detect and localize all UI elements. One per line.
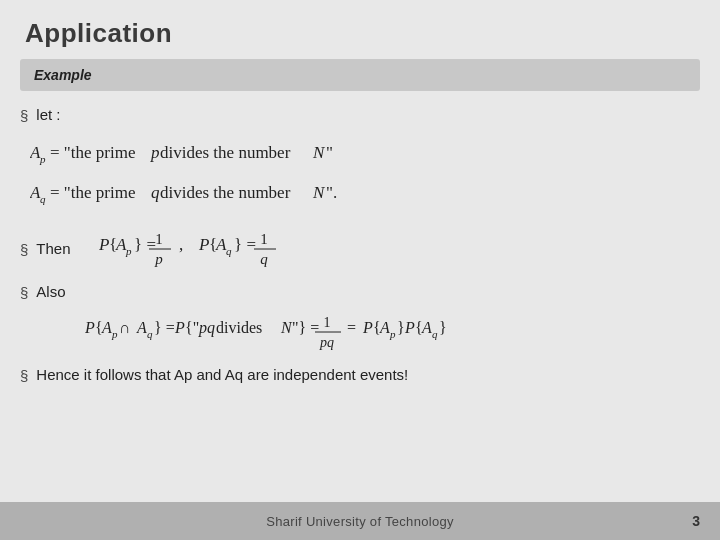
svg-text:= "the prime: = "the prime: [50, 183, 135, 202]
svg-text:p: p: [125, 245, 132, 257]
svg-text:N: N: [312, 183, 326, 202]
svg-text:P: P: [404, 319, 415, 336]
svg-text:P: P: [198, 235, 209, 254]
svg-text:P: P: [174, 319, 185, 336]
svg-text:=: =: [347, 319, 356, 336]
example-box: Example: [20, 59, 700, 91]
let-math-block: A p = "the prime p divides the number N …: [30, 134, 700, 214]
let-formula-2: A q = "the prime q divides the number N …: [30, 178, 700, 210]
svg-text:pq: pq: [198, 319, 215, 337]
hence-section: § Hence it follows that Ap and Aq are in…: [20, 365, 700, 384]
svg-text:q: q: [226, 245, 232, 257]
svg-text:divides the number: divides the number: [160, 143, 291, 162]
let-label: let :: [36, 106, 91, 123]
svg-text:p: p: [389, 328, 396, 340]
also-header: § Also: [20, 282, 700, 301]
svg-text:}: }: [439, 319, 447, 336]
svg-text:": ": [326, 143, 333, 162]
svg-text:p: p: [155, 251, 164, 267]
footer-page-number: 3: [692, 513, 700, 529]
svg-text:} =: } =: [234, 235, 256, 254]
svg-text:= "the prime: = "the prime: [50, 143, 135, 162]
also-formula-svg: P { A p ∩ A q } = P {" pq divides N "} =: [85, 305, 605, 353]
svg-text:divides the number: divides the number: [160, 183, 291, 202]
svg-text:"} =: "} =: [292, 319, 319, 336]
svg-text:N: N: [312, 143, 326, 162]
svg-text:divides: divides: [216, 319, 262, 336]
then-bullet: §: [20, 241, 28, 258]
svg-text:P: P: [99, 235, 109, 254]
hence-bullet: §: [20, 367, 28, 384]
svg-text:} =: } =: [154, 319, 175, 336]
svg-text:q: q: [151, 183, 160, 202]
svg-text:,: ,: [179, 235, 183, 254]
title-bar: Application: [0, 0, 720, 59]
then-formula-svg: P { A p } = 1 p , P { A q } =: [99, 224, 379, 268]
svg-text:q: q: [40, 193, 46, 205]
svg-text:A: A: [136, 319, 147, 336]
svg-text:1: 1: [324, 315, 331, 330]
formula-aq-svg: A q = "the prime q divides the number N …: [30, 178, 375, 206]
slide: Application Example § let : A p = "the p…: [0, 0, 720, 540]
hence-text: Hence it follows that Ap and Aq are inde…: [36, 366, 408, 383]
also-label: Also: [36, 283, 91, 300]
also-section: § Also P { A p ∩ A q } = P {": [20, 282, 700, 357]
example-label: Example: [34, 67, 92, 83]
let-formula-1: A p = "the prime p divides the number N …: [30, 138, 700, 170]
svg-text:A: A: [421, 319, 432, 336]
also-formula: P { A p ∩ A q } = P {" pq divides N "} =: [85, 305, 700, 357]
svg-text:p: p: [111, 328, 118, 340]
let-section: § let : A p = "the prime p divides the n…: [20, 105, 700, 214]
svg-text:pq: pq: [319, 335, 334, 350]
content-area: Example § let : A p = "the prime p divid…: [0, 59, 720, 502]
svg-text:P: P: [362, 319, 373, 336]
svg-text:A: A: [101, 319, 112, 336]
svg-text:A: A: [379, 319, 390, 336]
let-bullet: §: [20, 107, 28, 124]
svg-text:q: q: [261, 251, 269, 267]
svg-text:q: q: [147, 328, 153, 340]
svg-text:p: p: [39, 153, 46, 165]
page-title: Application: [25, 18, 172, 48]
svg-text:}: }: [397, 319, 405, 336]
svg-text:".: ".: [326, 183, 337, 202]
let-header: § let :: [20, 105, 700, 124]
then-formula: P { A p } = 1 p , P { A q } =: [99, 224, 379, 272]
then-label: Then: [36, 240, 91, 257]
svg-text:1: 1: [261, 231, 269, 247]
svg-text:1: 1: [156, 231, 164, 247]
then-section: § Then P { A p } = 1 p , P: [20, 224, 700, 272]
svg-text:{": {": [185, 319, 199, 336]
svg-text:q: q: [432, 328, 438, 340]
svg-text:P: P: [85, 319, 95, 336]
svg-text:∩: ∩: [119, 319, 131, 336]
svg-text:} =: } =: [134, 235, 156, 254]
formula-ap-svg: A p = "the prime p divides the number N …: [30, 138, 360, 166]
also-bullet: §: [20, 284, 28, 301]
footer: Sharif University of Technology 3: [0, 502, 720, 540]
footer-university: Sharif University of Technology: [266, 514, 454, 529]
svg-text:p: p: [150, 143, 160, 162]
